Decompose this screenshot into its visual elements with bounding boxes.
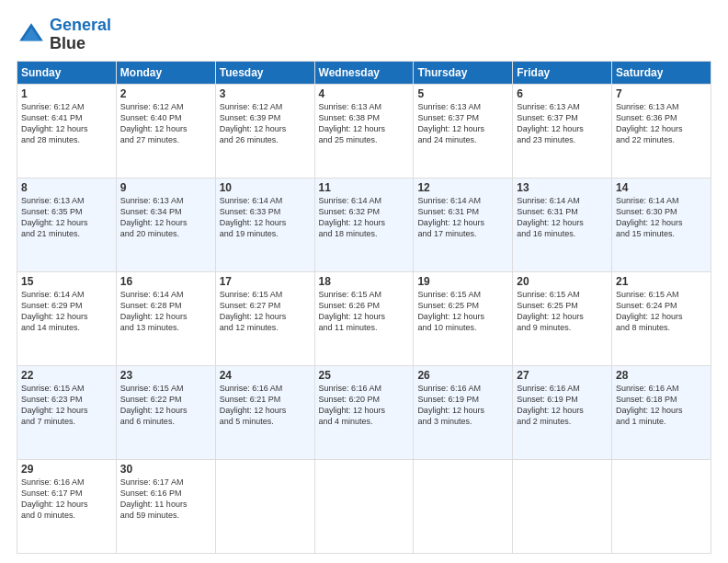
header-row: SundayMondayTuesdayWednesdayThursdayFrid… xyxy=(17,61,711,84)
day-number: 23 xyxy=(120,369,211,382)
day-number: 8 xyxy=(21,181,112,194)
header: GeneralBlue xyxy=(17,17,711,53)
day-cell: 6Sunrise: 6:13 AM Sunset: 6:37 PM Daylig… xyxy=(513,84,612,178)
day-cell: 23Sunrise: 6:15 AM Sunset: 6:22 PM Dayli… xyxy=(116,365,215,459)
day-info: Sunrise: 6:12 AM Sunset: 6:40 PM Dayligh… xyxy=(120,101,211,146)
logo: GeneralBlue xyxy=(17,17,111,53)
day-info: Sunrise: 6:13 AM Sunset: 6:36 PM Dayligh… xyxy=(616,101,707,146)
day-cell: 28Sunrise: 6:16 AM Sunset: 6:18 PM Dayli… xyxy=(612,365,711,459)
day-cell: 7Sunrise: 6:13 AM Sunset: 6:36 PM Daylig… xyxy=(612,84,711,178)
day-number: 14 xyxy=(616,181,707,194)
day-number: 7 xyxy=(616,87,707,100)
day-cell: 1Sunrise: 6:12 AM Sunset: 6:41 PM Daylig… xyxy=(17,84,117,178)
day-cell: 19Sunrise: 6:15 AM Sunset: 6:25 PM Dayli… xyxy=(414,271,513,365)
day-number: 9 xyxy=(120,181,211,194)
day-cell: 13Sunrise: 6:14 AM Sunset: 6:31 PM Dayli… xyxy=(513,178,612,271)
day-cell: 3Sunrise: 6:12 AM Sunset: 6:39 PM Daylig… xyxy=(215,84,314,178)
day-info: Sunrise: 6:14 AM Sunset: 6:33 PM Dayligh… xyxy=(220,195,311,240)
day-number: 30 xyxy=(120,463,211,476)
day-number: 6 xyxy=(517,87,608,100)
day-info: Sunrise: 6:14 AM Sunset: 6:32 PM Dayligh… xyxy=(319,195,410,240)
day-info: Sunrise: 6:12 AM Sunset: 6:39 PM Dayligh… xyxy=(220,101,311,146)
column-header-sunday: Sunday xyxy=(17,61,117,84)
day-info: Sunrise: 6:14 AM Sunset: 6:28 PM Dayligh… xyxy=(120,289,211,334)
day-number: 28 xyxy=(616,369,707,382)
day-cell: 22Sunrise: 6:15 AM Sunset: 6:23 PM Dayli… xyxy=(17,365,117,459)
day-cell: 17Sunrise: 6:15 AM Sunset: 6:27 PM Dayli… xyxy=(215,271,314,365)
day-cell: 2Sunrise: 6:12 AM Sunset: 6:40 PM Daylig… xyxy=(116,84,215,178)
day-info: Sunrise: 6:15 AM Sunset: 6:27 PM Dayligh… xyxy=(220,289,311,334)
day-info: Sunrise: 6:16 AM Sunset: 6:20 PM Dayligh… xyxy=(319,383,410,428)
day-cell: 12Sunrise: 6:14 AM Sunset: 6:31 PM Dayli… xyxy=(414,178,513,271)
day-info: Sunrise: 6:16 AM Sunset: 6:17 PM Dayligh… xyxy=(21,477,112,522)
day-number: 25 xyxy=(319,369,410,382)
day-number: 15 xyxy=(21,275,112,288)
day-info: Sunrise: 6:15 AM Sunset: 6:22 PM Dayligh… xyxy=(120,383,211,428)
day-number: 29 xyxy=(21,463,112,476)
day-number: 20 xyxy=(517,275,608,288)
page: GeneralBlue SundayMondayTuesdayWednesday… xyxy=(0,0,728,563)
day-cell: 8Sunrise: 6:13 AM Sunset: 6:35 PM Daylig… xyxy=(17,178,117,271)
day-info: Sunrise: 6:15 AM Sunset: 6:23 PM Dayligh… xyxy=(21,383,112,428)
day-info: Sunrise: 6:13 AM Sunset: 6:35 PM Dayligh… xyxy=(21,195,112,240)
day-cell: 11Sunrise: 6:14 AM Sunset: 6:32 PM Dayli… xyxy=(314,178,414,271)
column-header-monday: Monday xyxy=(116,61,215,84)
column-header-wednesday: Wednesday xyxy=(314,61,414,84)
day-info: Sunrise: 6:16 AM Sunset: 6:19 PM Dayligh… xyxy=(417,383,508,428)
column-header-tuesday: Tuesday xyxy=(215,61,314,84)
day-number: 18 xyxy=(319,275,410,288)
day-info: Sunrise: 6:13 AM Sunset: 6:37 PM Dayligh… xyxy=(417,101,508,146)
day-info: Sunrise: 6:15 AM Sunset: 6:25 PM Dayligh… xyxy=(517,289,608,334)
day-cell: 5Sunrise: 6:13 AM Sunset: 6:37 PM Daylig… xyxy=(414,84,513,178)
day-cell: 27Sunrise: 6:16 AM Sunset: 6:19 PM Dayli… xyxy=(513,365,612,459)
day-number: 27 xyxy=(517,369,608,382)
day-info: Sunrise: 6:17 AM Sunset: 6:16 PM Dayligh… xyxy=(120,477,211,522)
day-cell: 18Sunrise: 6:15 AM Sunset: 6:26 PM Dayli… xyxy=(314,271,414,365)
day-number: 3 xyxy=(220,87,311,100)
day-cell: 16Sunrise: 6:14 AM Sunset: 6:28 PM Dayli… xyxy=(116,271,215,365)
day-info: Sunrise: 6:14 AM Sunset: 6:29 PM Dayligh… xyxy=(21,289,112,334)
day-cell xyxy=(612,459,711,553)
day-number: 5 xyxy=(417,87,508,100)
day-cell: 15Sunrise: 6:14 AM Sunset: 6:29 PM Dayli… xyxy=(17,271,117,365)
calendar-table: SundayMondayTuesdayWednesdayThursdayFrid… xyxy=(17,61,711,554)
column-header-friday: Friday xyxy=(513,61,612,84)
day-cell: 25Sunrise: 6:16 AM Sunset: 6:20 PM Dayli… xyxy=(314,365,414,459)
day-number: 2 xyxy=(120,87,211,100)
day-info: Sunrise: 6:16 AM Sunset: 6:21 PM Dayligh… xyxy=(220,383,311,428)
day-cell xyxy=(314,459,414,553)
day-info: Sunrise: 6:13 AM Sunset: 6:38 PM Dayligh… xyxy=(319,101,410,146)
week-row-5: 29Sunrise: 6:16 AM Sunset: 6:17 PM Dayli… xyxy=(17,459,711,553)
day-number: 4 xyxy=(319,87,410,100)
day-info: Sunrise: 6:14 AM Sunset: 6:31 PM Dayligh… xyxy=(417,195,508,240)
day-cell: 30Sunrise: 6:17 AM Sunset: 6:16 PM Dayli… xyxy=(116,459,215,553)
day-number: 10 xyxy=(220,181,311,194)
column-header-thursday: Thursday xyxy=(414,61,513,84)
day-number: 12 xyxy=(417,181,508,194)
day-info: Sunrise: 6:16 AM Sunset: 6:18 PM Dayligh… xyxy=(616,383,707,428)
day-cell: 10Sunrise: 6:14 AM Sunset: 6:33 PM Dayli… xyxy=(215,178,314,271)
day-cell: 24Sunrise: 6:16 AM Sunset: 6:21 PM Dayli… xyxy=(215,365,314,459)
day-cell: 29Sunrise: 6:16 AM Sunset: 6:17 PM Dayli… xyxy=(17,459,117,553)
week-row-1: 1Sunrise: 6:12 AM Sunset: 6:41 PM Daylig… xyxy=(17,84,711,178)
day-number: 24 xyxy=(220,369,311,382)
day-cell xyxy=(513,459,612,553)
day-info: Sunrise: 6:13 AM Sunset: 6:34 PM Dayligh… xyxy=(120,195,211,240)
day-number: 19 xyxy=(417,275,508,288)
day-cell: 4Sunrise: 6:13 AM Sunset: 6:38 PM Daylig… xyxy=(314,84,414,178)
day-number: 11 xyxy=(319,181,410,194)
day-cell: 26Sunrise: 6:16 AM Sunset: 6:19 PM Dayli… xyxy=(414,365,513,459)
day-info: Sunrise: 6:16 AM Sunset: 6:19 PM Dayligh… xyxy=(517,383,608,428)
day-number: 22 xyxy=(21,369,112,382)
day-info: Sunrise: 6:15 AM Sunset: 6:25 PM Dayligh… xyxy=(417,289,508,334)
day-number: 17 xyxy=(220,275,311,288)
logo-icon xyxy=(17,20,46,50)
day-info: Sunrise: 6:14 AM Sunset: 6:31 PM Dayligh… xyxy=(517,195,608,240)
day-info: Sunrise: 6:14 AM Sunset: 6:30 PM Dayligh… xyxy=(616,195,707,240)
week-row-2: 8Sunrise: 6:13 AM Sunset: 6:35 PM Daylig… xyxy=(17,178,711,271)
day-info: Sunrise: 6:15 AM Sunset: 6:26 PM Dayligh… xyxy=(319,289,410,334)
logo-text: GeneralBlue xyxy=(50,17,111,53)
day-info: Sunrise: 6:13 AM Sunset: 6:37 PM Dayligh… xyxy=(517,101,608,146)
day-cell: 20Sunrise: 6:15 AM Sunset: 6:25 PM Dayli… xyxy=(513,271,612,365)
day-cell: 21Sunrise: 6:15 AM Sunset: 6:24 PM Dayli… xyxy=(612,271,711,365)
